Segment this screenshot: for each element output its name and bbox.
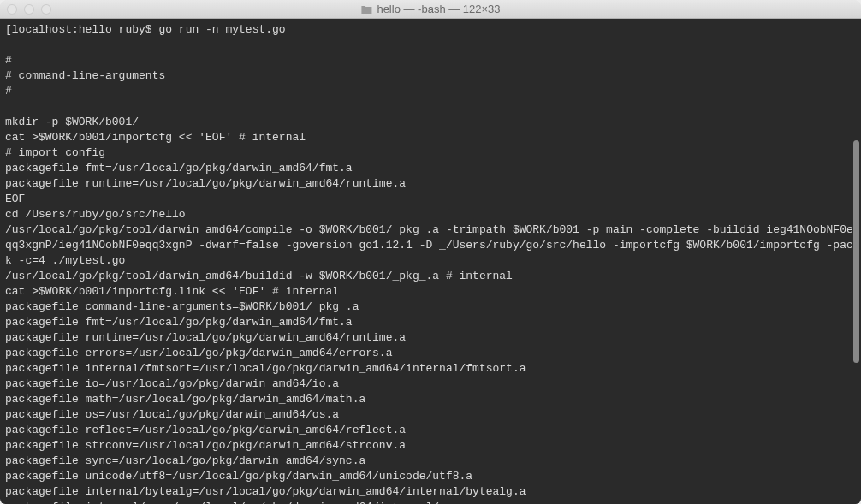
terminal-line: # import config [5, 145, 856, 161]
terminal-line: packagefile internal/fmtsort=/usr/local/… [5, 361, 856, 377]
terminal-line: packagefile io=/usr/local/go/pkg/darwin_… [5, 377, 856, 392]
terminal-line: EOF [5, 192, 856, 207]
terminal-line: /usr/local/go/pkg/tool/darwin_amd64/comp… [5, 222, 856, 269]
terminal-line: packagefile strconv=/usr/local/go/pkg/da… [5, 438, 856, 454]
terminal-line: packagefile command-line-arguments=$WORK… [5, 299, 856, 315]
terminal-line: # [5, 84, 856, 99]
terminal-line: cat >$WORK/b001/importcfg.link << 'EOF' … [5, 284, 856, 299]
traffic-lights [7, 4, 51, 15]
terminal-line: packagefile math=/usr/local/go/pkg/darwi… [5, 392, 856, 407]
window-title: hello — -bash — 122×33 [377, 3, 500, 15]
window-titlebar[interactable]: hello — -bash — 122×33 [0, 0, 861, 19]
scrollbar-thumb[interactable] [853, 140, 859, 363]
terminal-line: /usr/local/go/pkg/tool/darwin_amd64/buil… [5, 269, 856, 284]
terminal-window: hello — -bash — 122×33 [localhost:hello … [0, 0, 861, 504]
terminal-line: [localhost:hello ruby$ go run -n mytest.… [5, 22, 856, 38]
terminal-line: packagefile sync=/usr/local/go/pkg/darwi… [5, 454, 856, 469]
terminal-line: packagefile reflect=/usr/local/go/pkg/da… [5, 423, 856, 438]
terminal-line: packagefile os=/usr/local/go/pkg/darwin_… [5, 407, 856, 423]
terminal-line: cat >$WORK/b001/importcfg << 'EOF' # int… [5, 130, 856, 145]
terminal-line: # [5, 53, 856, 68]
terminal-line: cd /Users/ruby/go/src/hello [5, 207, 856, 222]
minimize-button[interactable] [24, 4, 34, 15]
terminal-line: packagefile unicode/utf8=/usr/local/go/p… [5, 469, 856, 484]
terminal-output[interactable]: [localhost:hello ruby$ go run -n mytest.… [0, 19, 861, 504]
terminal-line [5, 38, 856, 53]
terminal-line: packagefile internal/cpu=/usr/local/go/p… [5, 500, 856, 504]
terminal-line: packagefile runtime=/usr/local/go/pkg/da… [5, 330, 856, 346]
terminal-line: packagefile fmt=/usr/local/go/pkg/darwin… [5, 161, 856, 176]
terminal-line [5, 99, 856, 115]
terminal-line: packagefile runtime=/usr/local/go/pkg/da… [5, 176, 856, 192]
close-button[interactable] [7, 4, 17, 15]
scrollbar-track[interactable] [853, 38, 859, 504]
zoom-button[interactable] [41, 4, 51, 15]
window-title-container: hello — -bash — 122×33 [360, 3, 500, 15]
terminal-line: packagefile internal/bytealg=/usr/local/… [5, 484, 856, 500]
terminal-line: # command-line-arguments [5, 68, 856, 84]
terminal-line: mkdir -p $WORK/b001/ [5, 115, 856, 130]
terminal-line: packagefile errors=/usr/local/go/pkg/dar… [5, 346, 856, 361]
folder-icon [360, 4, 372, 15]
terminal-line: packagefile fmt=/usr/local/go/pkg/darwin… [5, 315, 856, 330]
